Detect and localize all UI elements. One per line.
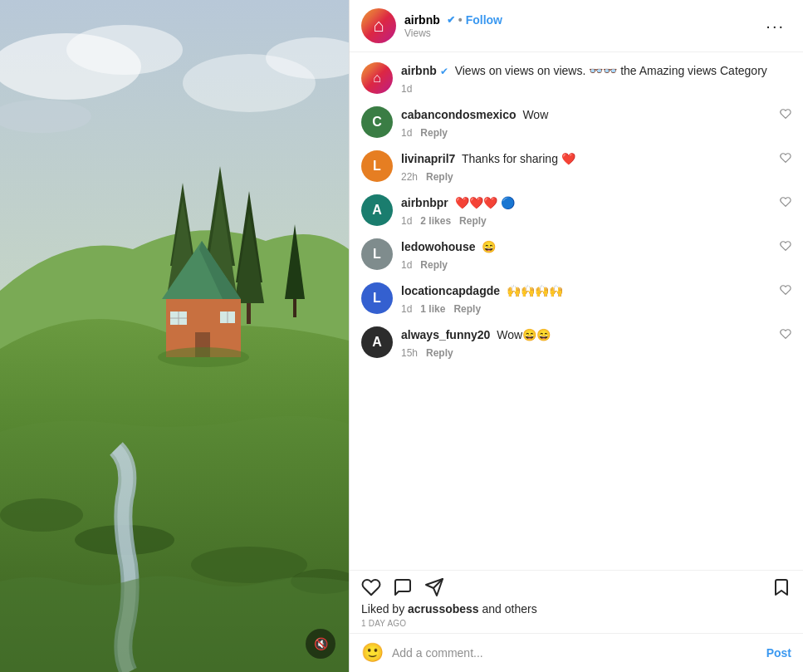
comment-time: 1d [401,303,412,315]
comment-content: locationcapdagde 🙌🙌🙌🙌1d1 likeReply [401,282,771,315]
caption-content: airbnb✔ Views on views on views. 👓👓 the … [401,62,791,95]
caption-username[interactable]: airbnb [401,64,437,77]
comment-meta: 1d2 likesReply [401,215,771,227]
svg-rect-18 [247,303,251,324]
reply-button[interactable]: Reply [426,171,453,183]
svg-point-30 [158,347,249,367]
post-header: ⌂ airbnb ✔ • Follow Views ··· [350,0,803,52]
comment-text: cabancondosmexico Wow [401,106,771,124]
comment-row: Ccabancondosmexico Wow1dReply [361,106,791,139]
poster-avatar[interactable]: ⌂ [361,8,396,43]
share-button[interactable] [424,577,444,597]
comment-likes: 1 like [420,303,445,315]
comment-content: ledowohouse 😄1dReply [401,238,771,271]
comment-text: locationcapdagde 🙌🙌🙌🙌 [401,282,771,300]
comment-time: 22h [401,171,418,183]
comment-row: Aairbnbpr ❤️❤️❤️ 🔵1d2 likesReply [361,194,791,227]
comment-username[interactable]: locationcapdagde [401,284,500,297]
emoji-button[interactable]: 🙂 [361,642,384,664]
comment-avatar[interactable]: L [361,282,393,314]
liked-by-user[interactable]: acrussobess [408,602,479,616]
post-time: 1 DAY AGO [361,619,791,628]
svg-point-2 [66,25,183,75]
comment-heart-button[interactable] [780,194,791,210]
caption-time: 1d [401,83,412,95]
reply-button[interactable]: Reply [453,303,481,315]
svg-point-8 [191,547,307,583]
reply-button[interactable]: Reply [420,127,448,139]
caption-row: ⌂ airbnb✔ Views on views on views. 👓👓 th… [361,62,791,95]
comment-row: Llivinapril7 Thanks for sharing ❤️22hRep… [361,150,791,183]
comment-content: cabancondosmexico Wow1dReply [401,106,771,139]
svg-point-6 [0,498,83,532]
header-info: airbnb ✔ • Follow Views [404,13,759,39]
comment-heart-button[interactable] [780,238,791,254]
dot-separator: • [458,13,463,27]
comment-input[interactable] [392,646,758,660]
comment-time: 1d [401,215,412,227]
comment-avatar[interactable]: L [361,238,393,270]
caption-text: airbnb✔ Views on views on views. 👓👓 the … [401,62,791,80]
reply-button[interactable]: Reply [426,347,453,359]
comment-time: 1d [401,127,412,139]
action-icons-row [361,577,791,597]
caption-meta: 1d [401,83,791,95]
comment-meta: 1dReply [401,259,771,271]
reply-button[interactable]: Reply [459,215,487,227]
comment-text: livinapril7 Thanks for sharing ❤️ [401,150,771,168]
comment-avatar[interactable]: C [361,106,393,138]
follow-button[interactable]: Follow [466,13,502,27]
more-options-button[interactable]: ··· [759,13,791,39]
comment-meta: 15hReply [401,347,771,359]
comment-content: airbnbpr ❤️❤️❤️ 🔵1d2 likesReply [401,194,771,227]
comment-meta: 1d1 likeReply [401,303,771,315]
liked-by: Liked by acrussobess and others [361,602,791,616]
comment-avatar[interactable]: A [361,326,393,358]
comment-text: airbnbpr ❤️❤️❤️ 🔵 [401,194,771,212]
comment-heart-button[interactable] [780,106,791,122]
comments-container: Ccabancondosmexico Wow1dReplyLlivinapril… [361,106,791,359]
liked-by-others: and others [482,602,537,616]
comment-avatar[interactable]: L [361,150,393,182]
comment-meta: 1dReply [401,127,771,139]
reply-button[interactable]: Reply [420,259,448,271]
post-image: 🔇 [0,0,349,672]
comments-section: ⌂ airbnb✔ Views on views on views. 👓👓 th… [350,52,803,570]
svg-rect-20 [293,299,296,317]
comment-username[interactable]: livinapril7 [401,152,455,165]
comment-text: always_funny20 Wow😄😄 [401,326,771,344]
comment-heart-button[interactable] [780,326,791,342]
comment-username[interactable]: always_funny20 [401,328,490,341]
header-subtitle: Views [404,27,759,39]
header-username[interactable]: airbnb [404,13,440,27]
comment-content: livinapril7 Thanks for sharing ❤️22hRepl… [401,150,771,183]
comment-username[interactable]: cabancondosmexico [401,108,517,121]
verified-icon: ✔ [447,14,455,26]
caption-avatar-icon: ⌂ [373,71,381,86]
post-panel: ⌂ airbnb ✔ • Follow Views ··· ⌂ airbnb✔ … [349,0,803,672]
comment-avatar[interactable]: A [361,194,393,226]
comment-username[interactable]: ledowohouse [401,240,475,253]
bookmark-button[interactable] [771,577,791,597]
post-comment-button[interactable]: Post [766,646,791,660]
comment-content: always_funny20 Wow😄😄15hReply [401,326,771,359]
comment-time: 1d [401,259,412,271]
comment-heart-button[interactable] [780,282,791,298]
caption-body: Views on views on views. 👓👓 the Amazing … [455,64,767,77]
verified-caption-icon: ✔ [440,66,448,77]
comment-row: Lledowohouse 😄1dReply [361,238,791,271]
comment-meta: 22hReply [401,171,771,183]
comment-row: Llocationcapdagde 🙌🙌🙌🙌1d1 likeReply [361,282,791,315]
add-comment-bar: 🙂 Post [350,633,803,672]
comment-time: 15h [401,347,418,359]
mute-button[interactable]: 🔇 [306,629,335,659]
comment-row: Aalways_funny20 Wow😄😄15hReply [361,326,791,359]
caption-avatar[interactable]: ⌂ [361,62,393,94]
comment-button[interactable] [393,577,413,597]
comment-username[interactable]: airbnbpr [401,196,448,209]
comment-heart-button[interactable] [780,150,791,166]
action-bar: Liked by acrussobess and others 1 DAY AG… [350,570,803,633]
airbnb-logo-icon: ⌂ [373,15,384,37]
liked-by-prefix: Liked by [361,602,404,616]
like-button[interactable] [361,577,381,597]
